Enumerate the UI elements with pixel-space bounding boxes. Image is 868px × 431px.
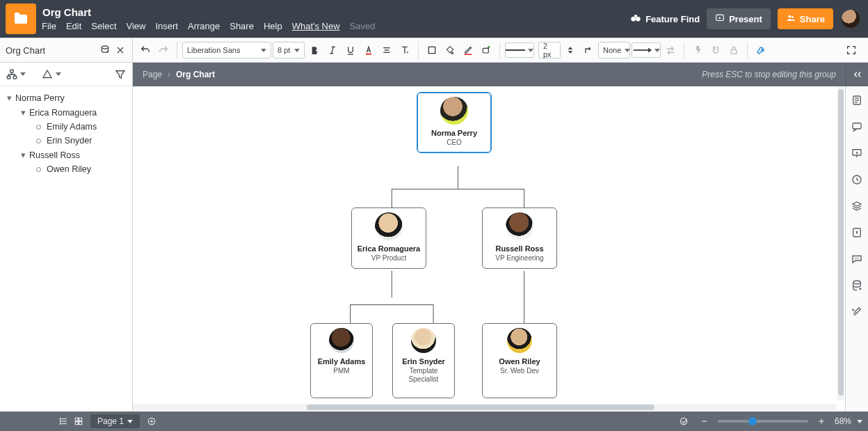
org-node[interactable]: Owen Riley Sr. Web Dev	[482, 323, 557, 398]
underline-button[interactable]	[342, 42, 359, 58]
tree-node[interactable]: Emily Adams	[0, 120, 132, 134]
italic-button[interactable]	[324, 42, 341, 58]
page-tab[interactable]: Page 1	[90, 414, 140, 428]
org-node[interactable]: Erin Snyder Template Specialist	[392, 323, 455, 398]
left-panel-header: Org Chart	[0, 38, 133, 62]
font-size-select[interactable]: 8 pt	[273, 42, 305, 58]
menu-edit[interactable]: Edit	[66, 21, 81, 31]
action-button[interactable]	[689, 42, 706, 58]
shape-hierarchy-button[interactable]	[6, 68, 26, 81]
feature-find-button[interactable]: Feature Find	[630, 13, 700, 26]
svg-rect-23	[7, 76, 10, 79]
line-color-button[interactable]	[460, 42, 476, 58]
layers-panel-icon[interactable]	[850, 199, 864, 213]
menu-whats-new[interactable]: What's New	[292, 21, 340, 31]
line-width-input[interactable]: 2 px	[538, 42, 561, 58]
data-sync-icon[interactable]	[97, 42, 113, 58]
border-button[interactable]	[424, 42, 440, 58]
shape-basic-button[interactable]	[41, 68, 61, 81]
zoom-slider[interactable]	[718, 420, 808, 423]
zoom-out-button[interactable]	[697, 414, 712, 429]
menu-insert[interactable]: Insert	[155, 21, 178, 31]
caret-down-icon	[20, 72, 26, 76]
arrow-end-select[interactable]	[632, 42, 661, 58]
arrow-start-select[interactable]: None	[598, 42, 630, 58]
lock-button[interactable]	[725, 42, 742, 58]
share-button[interactable]: Share	[778, 8, 833, 29]
theme-panel-icon[interactable]	[850, 226, 864, 240]
zoom-value[interactable]: 68%	[835, 416, 851, 426]
svg-rect-24	[13, 76, 17, 79]
caret-down-icon	[261, 49, 266, 52]
horizontal-scrollbar[interactable]	[133, 404, 837, 411]
align-button[interactable]	[378, 42, 395, 58]
sparkle-panel-icon[interactable]	[850, 305, 864, 319]
tree-node[interactable]: Owen Riley	[0, 162, 132, 176]
comments-panel-icon[interactable]	[850, 120, 864, 134]
avatar	[329, 328, 354, 353]
svg-rect-11	[366, 54, 371, 55]
text-options-button[interactable]	[396, 42, 413, 58]
line-width-stepper[interactable]	[562, 42, 579, 58]
bold-button[interactable]	[306, 42, 323, 58]
redo-button	[155, 42, 172, 58]
close-panel-icon[interactable]	[113, 42, 128, 58]
grid-view-button[interactable]	[71, 414, 86, 429]
data-panel-icon[interactable]	[850, 279, 864, 292]
menu-view[interactable]: View	[127, 21, 146, 31]
menu-arrange[interactable]: Arrange	[188, 21, 220, 31]
collapse-right-panel-button[interactable]	[846, 63, 868, 86]
org-node[interactable]: Emily Adams PMM	[310, 323, 373, 398]
line-routing-button[interactable]	[580, 42, 597, 58]
present-panel-icon[interactable]	[850, 146, 864, 160]
menu-bar: File Edit Select View Insert Arrange Sha…	[42, 21, 376, 31]
menu-file[interactable]: File	[42, 21, 56, 31]
org-node[interactable]: Russell Ross VP Engineering	[482, 207, 557, 269]
svg-point-1	[636, 17, 641, 22]
vertical-scrollbar[interactable]	[837, 86, 844, 400]
wrench-button[interactable]	[753, 42, 769, 58]
document-title[interactable]: Org Chart	[42, 6, 376, 19]
tree-node-label: Owen Riley	[47, 164, 91, 174]
magnet-button[interactable]	[707, 42, 724, 58]
filter-button[interactable]	[114, 68, 127, 81]
person-name: Russell Ross	[495, 244, 543, 253]
svg-rect-33	[853, 123, 861, 129]
swap-ends-button[interactable]	[662, 42, 679, 58]
outline-sidebar[interactable]: ▾Norma Perry ▾Erica Romaguera Emily Adam…	[0, 86, 133, 412]
person-name: Emily Adams	[318, 357, 366, 366]
tree-node-root[interactable]: ▾Norma Perry	[0, 91, 132, 105]
line-style-select[interactable]	[505, 42, 534, 58]
line-width-value: 2 px	[543, 42, 556, 58]
font-select[interactable]: Liberation Sans	[182, 42, 271, 58]
menu-share[interactable]: Share	[230, 21, 254, 31]
canvas[interactable]: Norma Perry CEO Erica Romaguera VP Produ…	[133, 86, 845, 412]
shape-options-button[interactable]	[478, 42, 495, 58]
breadcrumb-page[interactable]: Page	[143, 70, 162, 79]
fill-button[interactable]	[442, 42, 458, 58]
menu-select[interactable]: Select	[91, 21, 116, 31]
org-node-ceo[interactable]: Norma Perry CEO	[417, 92, 492, 153]
user-avatar[interactable]	[840, 8, 861, 29]
present-label: Present	[729, 14, 762, 24]
fullscreen-button[interactable]	[843, 42, 860, 58]
menu-help[interactable]: Help	[264, 21, 282, 31]
notes-panel-icon[interactable]	[850, 93, 864, 107]
app-logo[interactable]	[6, 3, 36, 34]
add-page-button[interactable]	[144, 414, 159, 429]
list-view-button[interactable]	[56, 414, 71, 429]
org-node[interactable]: Erica Romaguera VP Product	[351, 207, 426, 269]
tree-node[interactable]: ▾Russell Ross	[0, 148, 132, 162]
zoom-in-button[interactable]	[814, 414, 829, 429]
tree-node[interactable]: Erin Snyder	[0, 134, 132, 148]
undo-button[interactable]	[137, 42, 154, 58]
history-panel-icon[interactable]	[850, 173, 864, 187]
tree-node[interactable]: ▾Erica Romaguera	[0, 105, 132, 120]
chat-panel-icon[interactable]	[850, 252, 864, 266]
breadcrumb-current: Org Chart	[176, 70, 215, 79]
present-button[interactable]: Present	[707, 8, 771, 29]
text-color-button[interactable]	[360, 42, 377, 58]
person-role: Sr. Web Dev	[500, 367, 539, 375]
footer-bar: Page 1 68%	[0, 412, 868, 431]
target-button[interactable]	[676, 414, 691, 429]
